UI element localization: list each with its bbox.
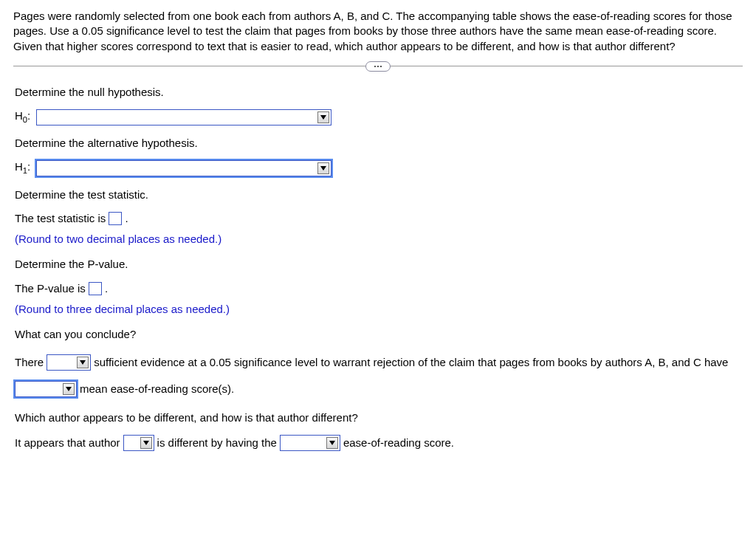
prompt-which-author: Which author appears to be different, an… <box>15 410 743 425</box>
prompt-null-hypothesis: Determine the null hypothesis. <box>15 85 743 100</box>
which-text-1: It appears that author <box>15 436 120 450</box>
svg-marker-3 <box>66 387 72 391</box>
question-intro: Pages were randomly selected from one bo… <box>13 9 743 54</box>
h0-dropdown[interactable] <box>36 109 331 125</box>
h1-label: H1: <box>15 159 30 176</box>
chevron-down-icon <box>63 383 75 395</box>
svg-marker-1 <box>320 166 326 171</box>
chevron-down-icon <box>326 437 338 449</box>
conclusion-dropdown-2[interactable] <box>15 381 77 397</box>
chevron-down-icon <box>140 437 152 449</box>
prompt-test-statistic: Determine the test statistic. <box>15 188 743 202</box>
expand-pill[interactable] <box>365 61 391 72</box>
p-value-input[interactable] <box>89 282 102 295</box>
chevron-down-icon <box>77 357 89 368</box>
pv-text-pre: The P-value is <box>15 281 86 296</box>
which-text-3: ease-of-reading score. <box>343 436 454 450</box>
h0-label: H0: <box>15 109 30 125</box>
conc-text-4: mean ease-of-reading score(s). <box>80 377 234 401</box>
conc-text-2: sufficient evidence at a 0.05 significan… <box>94 351 701 374</box>
author-dropdown[interactable] <box>123 435 154 451</box>
svg-marker-4 <box>143 441 149 445</box>
svg-marker-2 <box>80 360 86 365</box>
pv-text-post: . <box>105 281 108 296</box>
ts-text-post: . <box>125 211 128 226</box>
h1-dropdown[interactable] <box>36 160 331 176</box>
conc-text-1: There <box>15 351 44 374</box>
prompt-p-value: Determine the P-value. <box>15 257 743 272</box>
ts-text-pre: The test statistic is <box>15 211 106 226</box>
svg-marker-0 <box>320 115 326 120</box>
section-divider <box>13 61 743 72</box>
prompt-conclusion: What can you conclude? <box>15 327 743 342</box>
svg-marker-5 <box>329 441 335 445</box>
pv-rounding-hint: (Round to three decimal places as needed… <box>15 302 743 317</box>
level-dropdown[interactable] <box>280 435 340 451</box>
ts-rounding-hint: (Round to two decimal places as needed.) <box>15 232 743 247</box>
test-statistic-input[interactable] <box>109 212 122 225</box>
prompt-alt-hypothesis: Determine the alternative hypothesis. <box>15 136 743 151</box>
chevron-down-icon <box>317 111 329 123</box>
chevron-down-icon <box>317 162 329 174</box>
which-text-2: is different by having the <box>157 436 277 450</box>
conclusion-dropdown-1[interactable] <box>47 354 91 371</box>
conc-text-3: have <box>704 351 729 374</box>
